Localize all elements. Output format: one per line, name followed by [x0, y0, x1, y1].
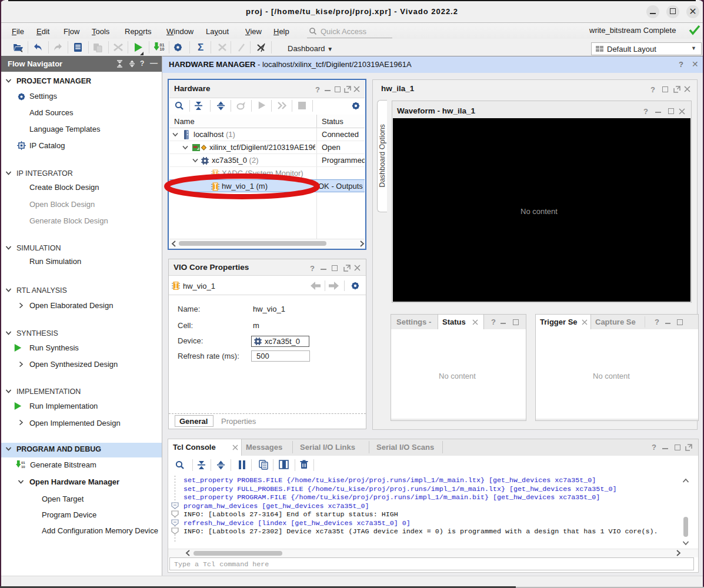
- svg-text:10: 10: [160, 47, 165, 51]
- svg-text:01: 01: [160, 43, 165, 47]
- svg-text:10: 10: [21, 465, 25, 469]
